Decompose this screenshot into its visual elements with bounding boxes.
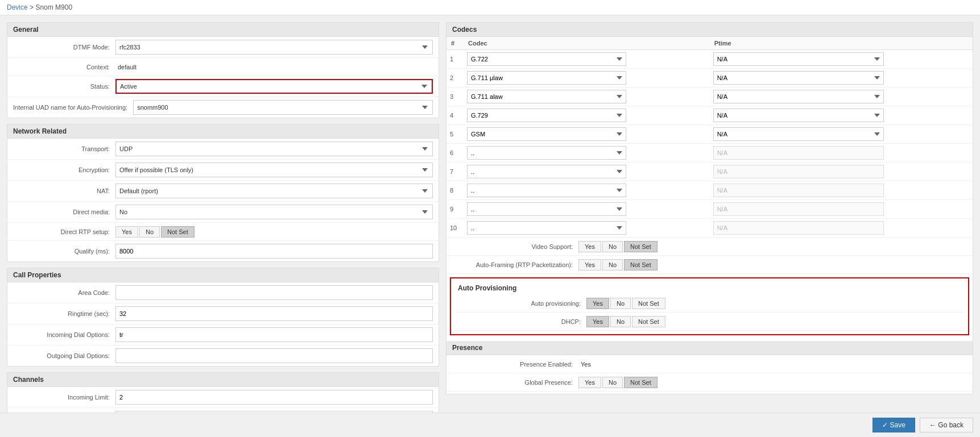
- nat-label: NAT:: [13, 188, 115, 194]
- transport-select[interactable]: UDP: [115, 141, 433, 156]
- codec-num-4: 4: [446, 106, 464, 125]
- qualify-input[interactable]: [115, 244, 433, 259]
- ptime-cell-1: N/A: [710, 50, 973, 69]
- auto-framing-row: Auto-Framing (RTP Packetization): Yes No…: [446, 256, 973, 274]
- direct-rtp-group: Direct RTP setup: Yes No Not Set: [7, 223, 439, 241]
- save-button[interactable]: ✓ Save: [873, 418, 915, 432]
- ptime-cell-9: N/A: [710, 200, 973, 219]
- ringtime-input[interactable]: [115, 306, 433, 321]
- auto-framing-notset-button[interactable]: Not Set: [624, 259, 658, 270]
- codec-select-7[interactable]: ..: [467, 165, 626, 178]
- outgoing-dial-input[interactable]: [115, 348, 433, 363]
- auto-framing-yes-button[interactable]: Yes: [578, 259, 601, 270]
- uad-label: Internal UAD name for Auto-Provisioning:: [13, 104, 133, 111]
- breadcrumb: Device > Snom M900: [0, 0, 980, 15]
- ptime-select-1[interactable]: N/A: [713, 52, 884, 66]
- auto-prov-btngroup: Yes No Not Set: [586, 298, 665, 309]
- incoming-dial-input[interactable]: [115, 327, 433, 342]
- col-ptime: Ptime: [710, 37, 973, 50]
- video-support-yes-button[interactable]: Yes: [578, 241, 601, 252]
- direct-rtp-btngroup: Yes No Not Set: [115, 226, 195, 238]
- codec-row-6: 6..N/A: [446, 144, 973, 163]
- uad-select[interactable]: snomm900: [133, 100, 433, 115]
- ptime-cell-5: N/A: [710, 125, 973, 144]
- incoming-limit-input[interactable]: [115, 390, 433, 405]
- dtmf-mode-select[interactable]: rfc2833: [115, 40, 433, 55]
- global-presence-notset-button[interactable]: Not Set: [624, 377, 658, 388]
- breadcrumb-parent[interactable]: Device: [7, 3, 28, 11]
- goback-label: Go back: [938, 421, 964, 429]
- ptime-select-10[interactable]: N/A: [713, 221, 884, 235]
- encryption-select[interactable]: Offer if possible (TLS only): [115, 163, 433, 177]
- ptime-cell-10: N/A: [710, 219, 973, 238]
- ptime-cell-4: N/A: [710, 106, 973, 125]
- incoming-dial-label: Incoming Dial Options:: [13, 331, 115, 338]
- area-code-group: Area Code:: [7, 282, 439, 303]
- ptime-select-2[interactable]: N/A: [713, 71, 884, 85]
- dtmf-mode-group: DTMF Mode: rfc2833: [7, 37, 439, 58]
- col-num: #: [446, 37, 464, 50]
- codec-num-10: 10: [446, 219, 464, 238]
- ptime-select-8[interactable]: N/A: [713, 184, 884, 197]
- auto-prov-notset-button[interactable]: Not Set: [632, 298, 665, 309]
- codec-select-4[interactable]: G.729: [467, 109, 626, 122]
- area-code-input[interactable]: [115, 285, 433, 300]
- dhcp-yes-button[interactable]: Yes: [586, 316, 609, 327]
- codec-select-10[interactable]: ..: [467, 221, 626, 235]
- codec-select-5[interactable]: GSM: [467, 127, 626, 141]
- codec-select-cell-9: ..: [464, 200, 710, 219]
- auto-prov-yes-button[interactable]: Yes: [586, 298, 609, 309]
- video-support-notset-button[interactable]: Not Set: [624, 241, 658, 252]
- ptime-select-4[interactable]: N/A: [713, 109, 884, 122]
- auto-prov-no-button[interactable]: No: [610, 298, 631, 309]
- context-label: Context:: [13, 64, 115, 70]
- transport-group: Transport: UDP: [7, 139, 439, 160]
- global-presence-no-button[interactable]: No: [602, 377, 623, 388]
- codec-select-cell-5: GSM: [464, 125, 710, 144]
- direct-rtp-no-button[interactable]: No: [139, 226, 160, 238]
- direct-media-group: Direct media: No: [7, 202, 439, 223]
- codec-num-5: 5: [446, 125, 464, 144]
- direct-rtp-yes-button[interactable]: Yes: [115, 226, 138, 238]
- general-section: General DTMF Mode: rfc2833 Context: defa…: [7, 22, 439, 118]
- goback-button[interactable]: ← Go back: [920, 418, 973, 432]
- codecs-title: Codecs: [446, 23, 973, 37]
- nat-select[interactable]: Default (rport): [115, 184, 433, 198]
- call-properties-title: Call Properties: [7, 268, 439, 282]
- codec-num-7: 7: [446, 163, 464, 181]
- network-section: Network Related Transport: UDP Encryptio…: [7, 124, 439, 262]
- save-label: Save: [890, 421, 905, 429]
- transport-label: Transport:: [13, 145, 115, 152]
- dhcp-notset-button[interactable]: Not Set: [632, 316, 665, 327]
- global-presence-label: Global Presence:: [453, 379, 578, 386]
- dhcp-no-button[interactable]: No: [610, 316, 631, 327]
- auto-framing-no-button[interactable]: No: [602, 259, 623, 270]
- ptime-select-5[interactable]: N/A: [713, 127, 884, 141]
- ptime-cell-7: N/A: [710, 163, 973, 181]
- save-checkmark-icon: ✓: [882, 421, 888, 429]
- auto-prov-row: Auto provisioning: Yes No Not Set: [454, 294, 965, 313]
- codec-select-2[interactable]: G.711 μlaw: [467, 71, 626, 85]
- auto-prov-label: Auto provisioning:: [461, 300, 586, 307]
- ptime-select-7[interactable]: N/A: [713, 165, 884, 178]
- codecs-section: Codecs # Codec Ptime 1G.722N/A2G.711 μla…: [446, 22, 973, 394]
- status-select[interactable]: Active: [115, 79, 433, 94]
- ptime-select-6[interactable]: N/A: [713, 146, 884, 160]
- presence-enabled-label: Presence Enabled:: [453, 361, 578, 368]
- video-support-no-button[interactable]: No: [602, 241, 623, 252]
- codec-num-3: 3: [446, 88, 464, 106]
- codec-select-8[interactable]: ..: [467, 184, 626, 197]
- col-codec: Codec: [464, 37, 710, 50]
- codec-select-1[interactable]: G.722: [467, 52, 626, 66]
- dhcp-label: DHCP:: [461, 318, 586, 325]
- codec-select-3[interactable]: G.711 alaw: [467, 90, 626, 103]
- direct-rtp-notset-button[interactable]: Not Set: [161, 226, 195, 238]
- codec-row-4: 4G.729N/A: [446, 106, 973, 125]
- global-presence-yes-button[interactable]: Yes: [578, 377, 601, 388]
- codec-select-9[interactable]: ..: [467, 202, 626, 216]
- direct-media-select[interactable]: No: [115, 205, 433, 219]
- codec-select-cell-10: ..: [464, 219, 710, 238]
- codec-select-6[interactable]: ..: [467, 146, 626, 160]
- ptime-select-9[interactable]: N/A: [713, 202, 884, 216]
- ptime-select-3[interactable]: N/A: [713, 90, 884, 103]
